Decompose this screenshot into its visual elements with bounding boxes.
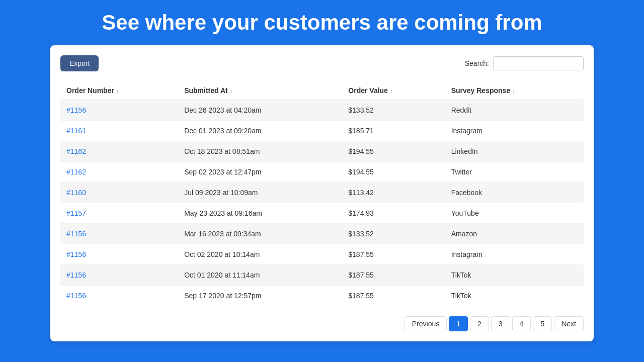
- survey-response-cell: TikTok: [445, 265, 584, 286]
- submitted-at-cell: Mar 16 2023 at 09:34am: [178, 224, 342, 244]
- survey-response-cell: LinkedIn: [445, 141, 584, 162]
- survey-response-cell: TikTok: [445, 286, 584, 306]
- pagination-next[interactable]: Next: [554, 316, 584, 331]
- col-header-order_value[interactable]: Order Value↕: [342, 81, 445, 100]
- order-number-cell: #1156: [60, 286, 178, 306]
- submitted-at-cell: Sep 17 2020 at 12:57pm: [178, 286, 342, 306]
- order-value-cell: $187.55: [342, 244, 445, 265]
- order-number-link[interactable]: #1161: [66, 127, 86, 135]
- order-number-cell: #1162: [60, 141, 178, 162]
- order-number-link[interactable]: #1160: [66, 189, 86, 197]
- sort-icon-order_value[interactable]: ↕: [390, 88, 393, 94]
- order-number-link[interactable]: #1156: [66, 250, 86, 258]
- submitted-at-cell: Sep 02 2023 at 12:47pm: [178, 162, 342, 183]
- export-button[interactable]: Export: [60, 55, 99, 71]
- order-number-cell: #1162: [60, 162, 178, 183]
- toolbar: Export Search:: [60, 55, 584, 71]
- order-number-link[interactable]: #1156: [66, 230, 86, 238]
- table-row: #1160Jul 09 2023 at 10:09am$113.42Facebo…: [60, 183, 584, 203]
- submitted-at-cell: Dec 26 2023 at 04:20am: [178, 100, 342, 121]
- order-number-link[interactable]: #1156: [66, 292, 86, 300]
- order-number-link[interactable]: #1162: [66, 147, 86, 155]
- survey-response-cell: Twitter: [445, 162, 584, 183]
- survey-response-cell: YouTube: [445, 203, 584, 224]
- sort-icon-submitted_at[interactable]: ↕: [230, 88, 233, 94]
- submitted-at-cell: Dec 01 2023 at 09:20am: [178, 121, 342, 141]
- order-number-cell: #1156: [60, 224, 178, 244]
- col-header-order_number[interactable]: Order Number↕: [60, 81, 178, 100]
- order-value-cell: $133.52: [342, 100, 445, 121]
- pagination-previous[interactable]: Previous: [405, 316, 447, 331]
- pagination-page-4[interactable]: 4: [512, 316, 531, 331]
- order-value-cell: $185.71: [342, 121, 445, 141]
- order-number-cell: #1156: [60, 265, 178, 286]
- main-card: Export Search: Order Number↕Submitted At…: [50, 45, 594, 341]
- order-value-cell: $194.55: [342, 141, 445, 162]
- page-title: See where your customers are coming from: [102, 10, 542, 35]
- submitted-at-cell: May 23 2023 at 09:16am: [178, 203, 342, 224]
- sort-icon-order_number[interactable]: ↕: [116, 88, 119, 94]
- order-number-cell: #1156: [60, 100, 178, 121]
- order-number-cell: #1160: [60, 183, 178, 203]
- order-value-cell: $187.55: [342, 286, 445, 306]
- table-row: #1156Oct 02 2020 at 10:14am$187.55Instag…: [60, 244, 584, 265]
- order-value-cell: $133.52: [342, 224, 445, 244]
- order-value-cell: $113.42: [342, 183, 445, 203]
- pagination: Previous12345Next: [60, 316, 584, 331]
- order-value-cell: $187.55: [342, 265, 445, 286]
- search-input[interactable]: [493, 56, 584, 70]
- table-row: #1161Dec 01 2023 at 09:20am$185.71Instag…: [60, 121, 584, 141]
- table-row: #1156Mar 16 2023 at 09:34am$133.52Amazon: [60, 224, 584, 244]
- submitted-at-cell: Jul 09 2023 at 10:09am: [178, 183, 342, 203]
- survey-response-cell: Instagram: [445, 244, 584, 265]
- pagination-page-3[interactable]: 3: [491, 316, 510, 331]
- order-value-cell: $194.55: [342, 162, 445, 183]
- submitted-at-cell: Oct 01 2020 at 11:14am: [178, 265, 342, 286]
- sort-icon-survey_response[interactable]: ↕: [512, 88, 515, 94]
- order-number-link[interactable]: #1162: [66, 168, 86, 176]
- data-table: Order Number↕Submitted At↕Order Value↕Su…: [60, 81, 584, 306]
- order-value-cell: $174.93: [342, 203, 445, 224]
- survey-response-cell: Facebook: [445, 183, 584, 203]
- pagination-page-2[interactable]: 2: [470, 316, 489, 331]
- survey-response-cell: Instagram: [445, 121, 584, 141]
- table-row: #1162Sep 02 2023 at 12:47pm$194.55Twitte…: [60, 162, 584, 183]
- order-number-cell: #1157: [60, 203, 178, 224]
- search-area: Search:: [465, 56, 584, 70]
- table-row: #1156Sep 17 2020 at 12:57pm$187.55TikTok: [60, 286, 584, 306]
- col-header-survey_response[interactable]: Survey Response↕: [445, 81, 584, 100]
- table-row: #1156Oct 01 2020 at 11:14am$187.55TikTok: [60, 265, 584, 286]
- table-row: #1156Dec 26 2023 at 04:20am$133.52Reddit: [60, 100, 584, 121]
- submitted-at-cell: Oct 02 2020 at 10:14am: [178, 244, 342, 265]
- order-number-cell: #1156: [60, 244, 178, 265]
- pagination-page-1[interactable]: 1: [449, 316, 468, 331]
- order-number-cell: #1161: [60, 121, 178, 141]
- submitted-at-cell: Oct 18 2023 at 08:51am: [178, 141, 342, 162]
- survey-response-cell: Amazon: [445, 224, 584, 244]
- table-row: #1162Oct 18 2023 at 08:51am$194.55Linked…: [60, 141, 584, 162]
- order-number-link[interactable]: #1156: [66, 271, 86, 279]
- col-header-submitted_at[interactable]: Submitted At↕: [178, 81, 342, 100]
- order-number-link[interactable]: #1156: [66, 106, 86, 114]
- order-number-link[interactable]: #1157: [66, 209, 86, 217]
- table-row: #1157May 23 2023 at 09:16am$174.93YouTub…: [60, 203, 584, 224]
- survey-response-cell: Reddit: [445, 100, 584, 121]
- pagination-page-5[interactable]: 5: [533, 316, 552, 331]
- search-label: Search:: [465, 59, 489, 67]
